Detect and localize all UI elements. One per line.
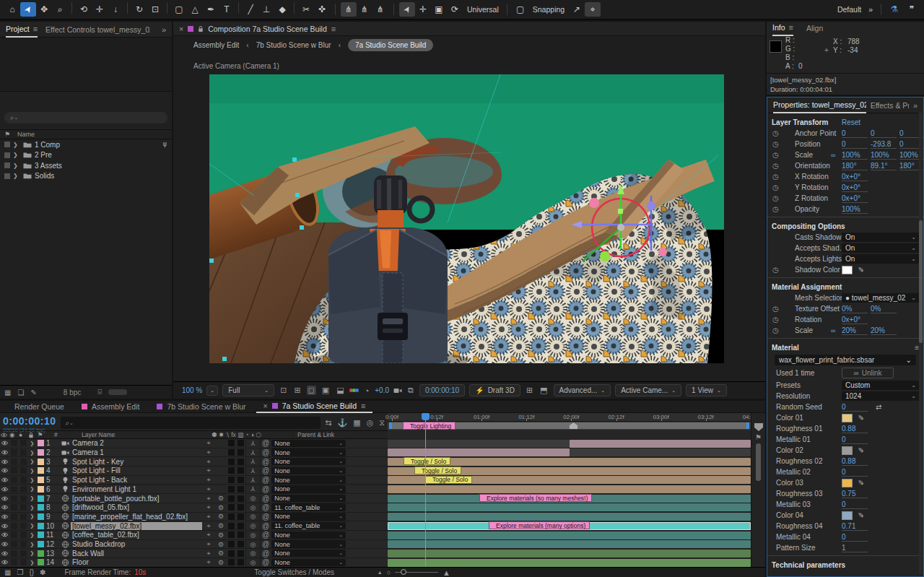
feedback-icon[interactable]: ❞ <box>904 2 920 17</box>
gear-icon[interactable]: ⚙ <box>215 532 227 539</box>
pickwhip-icon[interactable]: ⌖ <box>202 485 215 493</box>
breadcrumb-7a-current[interactable]: 7a Studio Scene Build <box>348 39 433 51</box>
layer-switch-cell[interactable] <box>19 523 28 529</box>
property-value[interactable]: 0.75 <box>842 490 868 498</box>
property-dropdown[interactable]: ● towel_messy_02⌄ <box>842 293 920 303</box>
layer-row[interactable]: ❯6Environment Light 1⌖⅄@None⌄ <box>0 485 388 495</box>
pickwhip-icon[interactable]: ⌖ <box>202 495 215 503</box>
parent-link-column-header[interactable]: Parent & Link <box>292 431 388 438</box>
tab-overflow-icon[interactable]: » <box>162 25 166 34</box>
project-folder-row[interactable]: ❯3 Assets <box>0 160 172 171</box>
mini-flowchart-icon[interactable]: ⇆ <box>325 418 331 428</box>
project-folder-row[interactable]: ❯1 Comp⋔ <box>0 139 172 150</box>
hand-tool[interactable]: ✥ <box>36 2 52 17</box>
parent-dropdown[interactable]: None⌄ <box>271 513 346 521</box>
home-tool[interactable]: ⌂ <box>4 2 20 17</box>
label-color-chip[interactable] <box>36 449 45 456</box>
layer-switch-cell[interactable] <box>236 550 245 557</box>
stopwatch-icon[interactable]: ◷ <box>772 194 779 202</box>
render-current-icon[interactable]: ▦ <box>4 568 11 576</box>
pickwhip-icon[interactable]: ⌖ <box>202 550 215 558</box>
expand-chevron-icon[interactable]: ❯ <box>28 441 36 446</box>
layer-name[interactable]: Spot Light - Key <box>71 458 202 466</box>
timeline-search-input[interactable]: ⌕⌄ <box>61 417 321 429</box>
eyedropper-icon[interactable]: ✐ <box>858 414 863 422</box>
renderer-dropdown[interactable]: Advanced...⌄ <box>554 384 611 396</box>
property-value[interactable]: 0 <box>842 468 868 477</box>
stopwatch-icon[interactable]: ◷ <box>772 183 779 191</box>
playhead[interactable] <box>425 413 426 567</box>
layer-switch-cell[interactable] <box>236 513 245 520</box>
eye-column-icon[interactable] <box>0 433 9 438</box>
property-dropdown[interactable]: 1024⌄ <box>842 391 920 401</box>
layer-row[interactable]: ❯7[portable_bottle_pouch.fbx]⌖⚙◎@None⌄ <box>0 494 388 503</box>
graph-editor-icon[interactable]: ⧖ <box>379 418 385 428</box>
frame-blend-icon[interactable]: ▦ <box>353 418 360 428</box>
expand-icon[interactable]: {} <box>29 568 34 576</box>
property-dropdown[interactable]: On⌄ <box>842 233 920 242</box>
layer-track[interactable] <box>388 503 751 513</box>
magnification-dropdown[interactable]: ⌄ <box>206 386 218 396</box>
layer-row[interactable]: ❯13Back Wall⌖⚙◎@None⌄ <box>0 549 388 558</box>
layer-switch-cell[interactable] <box>236 495 245 502</box>
label-color-chip[interactable] <box>36 513 45 520</box>
eraser-tool[interactable]: ◆ <box>274 2 290 17</box>
eyedropper-icon[interactable]: ✐ <box>858 446 863 454</box>
property-dropdown[interactable]: On⌄ <box>842 254 920 264</box>
layer-switch-cell[interactable] <box>9 477 19 483</box>
property-dropdown[interactable]: On⌄ <box>842 243 920 253</box>
layer-bar[interactable] <box>570 448 751 456</box>
layer-row[interactable]: ❯2Camera 1⌖⅄@None⌄ <box>0 448 388 458</box>
eye-icon[interactable] <box>0 505 9 510</box>
layer-row[interactable]: ❯1Camera 2⌖⅄@None⌄ <box>0 439 388 448</box>
3d-ground-plane-icon[interactable]: ⊞ <box>525 386 534 395</box>
pickwhip-icon[interactable]: ⌖ <box>202 522 215 530</box>
parent-dropdown[interactable]: None⌄ <box>271 495 346 503</box>
trash-icon[interactable]: ⍌ <box>97 388 102 396</box>
layer-switch-cell[interactable] <box>236 477 245 483</box>
current-time-display[interactable]: 0:00:00:10 <box>3 415 56 427</box>
layer-switch-cell[interactable] <box>227 550 236 557</box>
stopwatch-icon[interactable]: ◷ <box>772 140 779 148</box>
parent-pickwhip-icon[interactable]: @ <box>262 558 269 566</box>
layer-switch-cell[interactable] <box>236 532 245 538</box>
eye-icon[interactable] <box>0 542 9 547</box>
layer-marker[interactable]: Explore materials (so many meshes!) <box>479 494 592 502</box>
gear-icon[interactable]: ⚙ <box>215 550 227 557</box>
expand-chevron-icon[interactable]: ❯ <box>28 550 36 556</box>
type-tool[interactable]: T <box>219 2 235 17</box>
shuffle-icon[interactable]: ⇄ <box>876 403 881 411</box>
pickwhip-icon[interactable]: ⌖ <box>202 513 215 521</box>
label-color-chip[interactable] <box>36 467 45 474</box>
gizmo-position-tool[interactable]: ✛ <box>415 2 431 17</box>
layer-bar[interactable] <box>388 550 751 558</box>
tab-overflow-icon[interactable]: » <box>913 101 918 110</box>
property-value[interactable]: 20% <box>871 326 897 335</box>
layer-name[interactable]: [driftwood_05.fbx] <box>71 503 202 511</box>
parent-dropdown[interactable]: None⌄ <box>271 559 346 567</box>
parent-dropdown[interactable]: 11. coffee_table⌄ <box>271 522 346 530</box>
link-icon[interactable]: ∞ <box>831 152 835 159</box>
layer-switch-cell[interactable] <box>9 486 19 493</box>
color-swatch[interactable] <box>842 446 853 455</box>
layer-switch-cell[interactable] <box>236 449 245 456</box>
property-value[interactable]: 0x+0° <box>842 173 868 181</box>
eyedropper-icon[interactable]: ✐ <box>858 479 863 487</box>
snapping-label[interactable]: Snapping <box>533 5 565 14</box>
gizmo-selection-tool[interactable]: ➤ <box>399 2 415 17</box>
layer-bar[interactable] <box>388 448 570 456</box>
viewport-3d-scene[interactable] <box>209 74 724 363</box>
flower-icon[interactable]: ✽ <box>40 568 45 576</box>
new-comp-icon[interactable]: ✎ <box>30 389 36 396</box>
layer-track[interactable]: Toggle / Solo <box>388 476 751 485</box>
layer-bar[interactable] <box>570 440 751 448</box>
property-value[interactable]: 89.1° <box>871 162 897 170</box>
layer-switch-cell[interactable] <box>19 477 28 483</box>
property-value[interactable]: 0x+0° <box>842 194 868 203</box>
pickwhip-icon[interactable]: ⌖ <box>202 558 215 566</box>
layer-name[interactable]: [marine_propeller_flat_head_02.fbx] <box>71 513 202 521</box>
layer-switch-cell[interactable] <box>19 440 28 446</box>
scale-gizmo-tool[interactable]: ⋔ <box>372 2 388 17</box>
layer-name[interactable]: Floor <box>71 558 202 566</box>
exposure-value[interactable]: +0.0 <box>375 386 389 394</box>
